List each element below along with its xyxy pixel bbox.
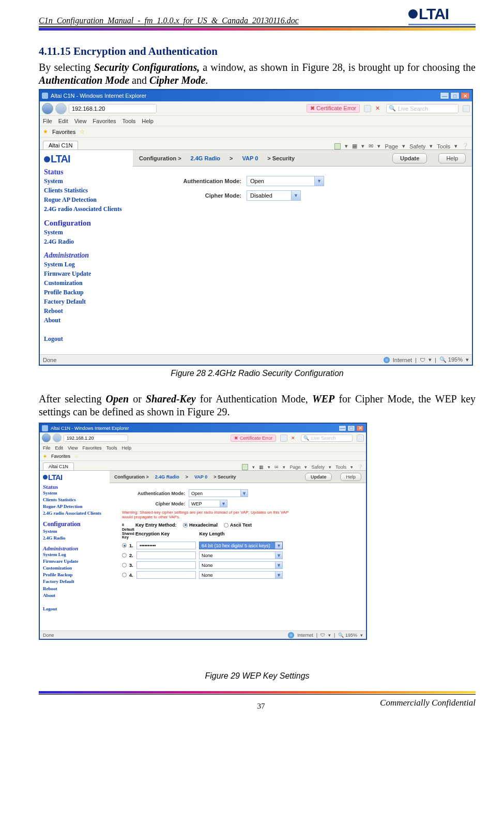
toolbar-safety[interactable]: Safety xyxy=(311,465,325,470)
nav-reboot[interactable]: Reboot xyxy=(44,306,129,316)
default-key-radio[interactable] xyxy=(122,563,127,567)
nav-customization[interactable]: Customization xyxy=(44,278,129,288)
nav-fw-update[interactable]: Firmware Update xyxy=(43,558,106,565)
menu-file[interactable]: File xyxy=(43,445,51,451)
menu-view[interactable]: View xyxy=(68,445,78,451)
nav-assoc-clients[interactable]: 2.4G radio Associated Clients xyxy=(43,510,106,517)
minimize-button[interactable]: — xyxy=(339,425,346,431)
menu-edit[interactable]: Edit xyxy=(55,445,64,451)
certificate-error-button[interactable]: ✖ Certificate Error xyxy=(231,435,276,442)
add-favorite-icon[interactable]: ☆ xyxy=(80,128,85,135)
close-button[interactable]: ✕ xyxy=(356,425,364,431)
maximize-button[interactable]: □ xyxy=(450,92,460,99)
nav-system[interactable]: System xyxy=(43,490,106,497)
wep-key-length-select[interactable]: None▼ xyxy=(199,571,283,579)
help-icon[interactable]: ❔ xyxy=(357,465,363,470)
wep-key-input[interactable] xyxy=(136,551,196,559)
minimize-button[interactable]: — xyxy=(440,92,449,99)
default-key-radio[interactable] xyxy=(122,573,127,577)
toolbar-safety[interactable]: Safety xyxy=(409,143,425,149)
menu-tools[interactable]: Tools xyxy=(106,445,117,451)
menu-help[interactable]: Help xyxy=(121,445,131,451)
nav-assoc-clients[interactable]: 2.4G radio Associated Clients xyxy=(44,204,129,214)
nav-reboot[interactable]: Reboot xyxy=(43,586,106,592)
help-button[interactable]: Help xyxy=(340,473,361,481)
key-entry-hex-radio[interactable] xyxy=(183,523,188,528)
wep-key-length-select[interactable]: 64 bit (10 hex digits/ 5 ascii keys)▼ xyxy=(199,542,283,549)
window-titlebar[interactable]: Altai C1N - Windows Internet Explorer — … xyxy=(40,90,472,101)
nav-factory-default[interactable]: Factory Default xyxy=(43,578,106,585)
toolbar-tools[interactable]: Tools xyxy=(335,465,346,470)
back-button[interactable] xyxy=(42,103,53,114)
menu-help[interactable]: Help xyxy=(142,118,154,124)
nav-about[interactable]: About xyxy=(43,592,106,599)
browser-tab[interactable]: Altai C1N xyxy=(43,462,74,470)
add-favorite-icon[interactable]: ☆ xyxy=(74,454,79,459)
favorites-star-icon[interactable]: ★ xyxy=(43,128,48,135)
nav-factory-default[interactable]: Factory Default xyxy=(44,297,129,306)
toolbar-page[interactable]: Page xyxy=(385,143,398,149)
forward-button[interactable] xyxy=(55,103,67,114)
mail-icon[interactable]: ✉ xyxy=(369,143,373,149)
auth-mode-select[interactable]: Open▼ xyxy=(189,489,248,497)
close-button[interactable]: ✕ xyxy=(461,92,470,99)
crumb-vap[interactable]: VAP 0 xyxy=(194,474,207,480)
crumb-radio[interactable]: 2.4G Radio xyxy=(155,474,179,480)
toolbar-tools[interactable]: Tools xyxy=(437,143,450,149)
nav-about[interactable]: About xyxy=(44,316,129,325)
search-box[interactable]: 🔍Live Search xyxy=(386,104,459,113)
cipher-mode-select[interactable]: WEP▼ xyxy=(189,500,227,507)
menu-view[interactable]: View xyxy=(74,118,87,124)
rss-icon[interactable]: ▦ xyxy=(352,143,357,149)
search-box[interactable]: 🔍Live Search xyxy=(301,435,353,442)
menu-edit[interactable]: Edit xyxy=(58,118,68,124)
crumb-radio[interactable]: 2.4G Radio xyxy=(191,155,220,161)
default-key-radio[interactable] xyxy=(122,543,127,548)
wep-key-length-select[interactable]: None▼ xyxy=(199,561,283,569)
forward-button[interactable] xyxy=(53,433,62,442)
nav-cfg-system[interactable]: System xyxy=(43,528,106,535)
home-icon[interactable] xyxy=(242,464,248,470)
wep-key-length-select[interactable]: None▼ xyxy=(199,551,283,559)
zoom-level[interactable]: 🔍 195% xyxy=(338,633,357,638)
browser-tab[interactable]: Altai C1N xyxy=(43,141,78,149)
nav-cfg-system[interactable]: System xyxy=(44,228,129,237)
nav-system[interactable]: System xyxy=(44,176,129,186)
key-entry-ascii-radio[interactable] xyxy=(224,523,228,528)
stop-icon[interactable]: ✕ xyxy=(291,436,295,441)
back-button[interactable] xyxy=(42,433,51,442)
nav-cfg-radio[interactable]: 2.4G Radio xyxy=(43,535,106,542)
nav-profile-backup[interactable]: Profile Backup xyxy=(43,572,106,578)
cipher-mode-select[interactable]: Disabled▼ xyxy=(247,190,301,201)
search-go-button[interactable] xyxy=(357,435,364,442)
nav-logout[interactable]: Logout xyxy=(43,606,106,612)
nav-syslog[interactable]: System Log xyxy=(44,260,129,269)
nav-logout[interactable]: Logout xyxy=(44,334,129,343)
auth-mode-select[interactable]: Open▼ xyxy=(247,176,324,186)
help-button[interactable]: Help xyxy=(438,153,466,163)
nav-rogue-ap[interactable]: Rogue AP Detection xyxy=(44,195,129,204)
window-titlebar[interactable]: Altai C1N - Windows Internet Explorer — … xyxy=(40,424,366,432)
nav-clients-statistics[interactable]: Clients Statistics xyxy=(44,186,129,195)
nav-rogue-ap[interactable]: Rogue AP Detection xyxy=(43,503,106,510)
menu-favorites[interactable]: Favorites xyxy=(93,118,116,124)
nav-clients-statistics[interactable]: Clients Statistics xyxy=(43,497,106,503)
update-button[interactable]: Update xyxy=(305,473,332,481)
favorites-star-icon[interactable]: ★ xyxy=(43,454,47,459)
refresh-icon[interactable] xyxy=(280,435,287,442)
menu-file[interactable]: File xyxy=(43,118,52,124)
nav-fw-update[interactable]: Firmware Update xyxy=(44,269,129,278)
menu-favorites[interactable]: Favorites xyxy=(82,445,101,451)
maximize-button[interactable]: □ xyxy=(347,425,355,431)
favorites-label[interactable]: Favorites xyxy=(51,454,70,459)
default-key-radio[interactable] xyxy=(122,553,127,558)
address-bar[interactable]: 192.168.1.20 xyxy=(69,104,157,113)
crumb-vap[interactable]: VAP 0 xyxy=(242,155,258,161)
wep-key-input[interactable] xyxy=(136,571,196,579)
wep-key-input[interactable]: •••••••••• xyxy=(136,542,196,549)
nav-customization[interactable]: Customization xyxy=(43,565,106,572)
mail-icon[interactable]: ✉ xyxy=(274,465,279,470)
refresh-icon[interactable] xyxy=(364,105,371,112)
update-button[interactable]: Update xyxy=(392,153,427,163)
favorites-label[interactable]: Favorites xyxy=(52,129,75,135)
